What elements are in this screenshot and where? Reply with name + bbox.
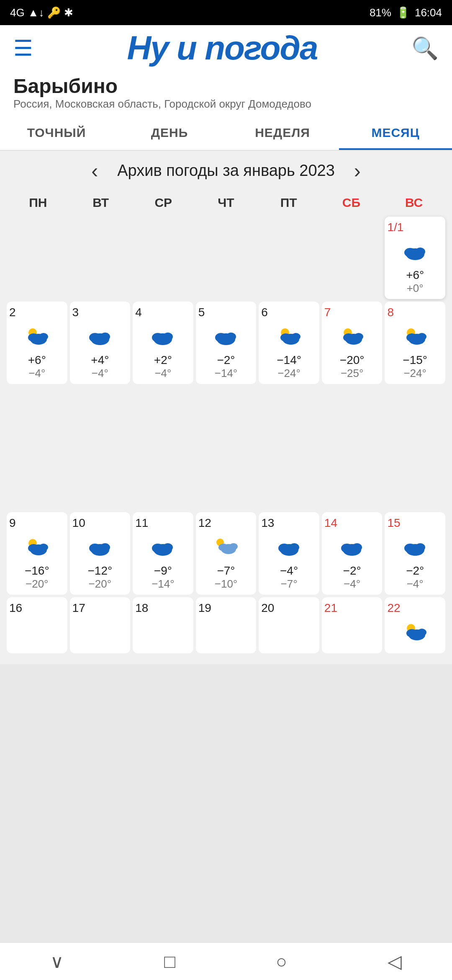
day-headers: ПН ВТ СР ЧТ ПТ СБ ВС xyxy=(7,192,445,213)
day-11[interactable]: 11 −9° −14° xyxy=(133,512,193,595)
bottom-nav: ∨ □ ○ ◁ xyxy=(0,942,452,980)
day-number: 4 xyxy=(135,306,142,319)
day-header-wed: СР xyxy=(132,192,195,213)
weather-icon-cloud xyxy=(87,535,113,561)
temp-low: −20° xyxy=(26,578,49,591)
temp-low: −24° xyxy=(277,367,300,380)
temp-high: −2° xyxy=(343,564,361,578)
clock: 16:04 xyxy=(415,6,442,19)
tab-bar: ТОЧНЫЙ ДЕНЬ НЕДЕЛЯ МЕСЯЦ xyxy=(0,117,452,151)
empty-cell xyxy=(322,217,383,299)
day-1[interactable]: 1/1 +6° +0° xyxy=(385,217,445,299)
day-16[interactable]: 16 xyxy=(7,597,67,653)
svg-point-14 xyxy=(215,333,227,342)
temp-low: −14° xyxy=(215,367,238,380)
day-4[interactable]: 4 +2° −4° xyxy=(133,302,193,384)
svg-point-26 xyxy=(406,333,417,342)
day-header-sun: ВС xyxy=(383,192,445,213)
empty-cell xyxy=(7,217,67,299)
tab-day[interactable]: ДЕНЬ xyxy=(113,117,226,150)
svg-point-31 xyxy=(39,544,48,551)
svg-point-54 xyxy=(417,629,426,636)
month-nav: ‹ Архив погоды за январь 2023 › xyxy=(7,159,445,182)
day-7[interactable]: 7 −20° −25° xyxy=(322,302,383,384)
bluetooth-icon: ✱ xyxy=(64,6,73,19)
tab-exact[interactable]: ТОЧНЫЙ xyxy=(0,117,113,150)
day-18[interactable]: 18 xyxy=(133,597,193,653)
nav-recents-button[interactable]: □ xyxy=(164,951,175,972)
nav-home-button[interactable]: ○ xyxy=(276,951,287,972)
svg-point-11 xyxy=(152,333,164,342)
svg-point-50 xyxy=(415,543,425,552)
svg-point-6 xyxy=(39,333,48,340)
day-number: 12 xyxy=(198,516,211,530)
day-number: 11 xyxy=(135,516,148,530)
hamburger-menu-icon[interactable]: ☰ xyxy=(13,36,33,61)
day-22[interactable]: 22 xyxy=(385,597,445,653)
svg-point-53 xyxy=(406,629,417,637)
empty-cell xyxy=(133,217,193,299)
temp-high: +4° xyxy=(91,353,109,367)
tab-month[interactable]: МЕСЯЦ xyxy=(339,117,452,150)
svg-point-19 xyxy=(291,333,300,340)
day-15[interactable]: 15 −2° −4° xyxy=(385,512,445,595)
svg-point-40 xyxy=(218,544,229,551)
day-8[interactable]: 8 −15° −24° xyxy=(385,302,445,384)
day-6[interactable]: 6 −14° −24° xyxy=(259,302,319,384)
day-20[interactable]: 20 xyxy=(259,597,319,653)
day-17[interactable]: 17 xyxy=(70,597,131,653)
day-header-sat: СБ xyxy=(320,192,383,213)
svg-point-22 xyxy=(343,333,354,342)
day-number: 6 xyxy=(261,306,268,319)
day-number: 16 xyxy=(9,601,22,615)
week-row-2: 2 +6° −4° 3 +4° xyxy=(7,302,445,384)
nav-back-button[interactable]: ◁ xyxy=(388,951,402,972)
prev-month-button[interactable]: ‹ xyxy=(82,159,107,182)
month-title: Архив погоды за январь 2023 xyxy=(117,162,335,180)
empty-cell xyxy=(196,217,257,299)
nav-down-button[interactable]: ∨ xyxy=(50,951,64,972)
day-number: 9 xyxy=(9,516,16,530)
battery-icon: 🔋 xyxy=(396,6,410,19)
svg-point-30 xyxy=(28,544,39,552)
svg-point-12 xyxy=(163,333,173,341)
status-right: 81% 🔋 16:04 xyxy=(370,6,442,19)
search-icon[interactable]: 🔍 xyxy=(411,36,439,61)
weather-icon-sun-cloud xyxy=(402,620,429,646)
status-left: 4G ▲↓ 🔑 ✱ xyxy=(10,6,73,19)
location-detail: Россия, Московская область, Городской ок… xyxy=(13,98,439,111)
day-13[interactable]: 13 −4° −7° xyxy=(259,512,319,595)
temp-high: −12° xyxy=(88,564,113,578)
day-number: 22 xyxy=(387,601,400,615)
temp-low: −14° xyxy=(152,578,175,591)
svg-point-2 xyxy=(415,248,425,256)
tab-week[interactable]: НЕДЕЛЯ xyxy=(226,117,339,150)
day-number: 5 xyxy=(198,306,205,319)
svg-point-34 xyxy=(100,543,110,552)
key-icon: 🔑 xyxy=(47,6,61,19)
day-10[interactable]: 10 −12° −20° xyxy=(70,512,131,595)
ad-spacer xyxy=(7,387,445,512)
weather-icon-sun-cloud xyxy=(23,324,50,350)
temp-high: +6° xyxy=(28,353,46,367)
day-3[interactable]: 3 +4° −4° xyxy=(70,302,131,384)
svg-point-47 xyxy=(352,543,362,552)
day-14[interactable]: 14 −2° −4° xyxy=(322,512,383,595)
day-header-mon: ПН xyxy=(7,192,69,213)
temp-high: −7° xyxy=(217,564,235,578)
svg-point-37 xyxy=(163,543,173,552)
signal-icon: 4G xyxy=(10,6,25,19)
day-5[interactable]: 5 −2° −14° xyxy=(196,302,257,384)
week-row-1: 1/1 +6° +0° xyxy=(7,217,445,299)
day-19[interactable]: 19 xyxy=(196,597,257,653)
day-2[interactable]: 2 +6° −4° xyxy=(7,302,67,384)
day-header-thu: ЧТ xyxy=(195,192,257,213)
day-9[interactable]: 9 −16° −20° xyxy=(7,512,67,595)
temp-low: −4° xyxy=(154,367,171,380)
temp-low: +0° xyxy=(407,282,424,295)
next-month-button[interactable]: › xyxy=(345,159,370,182)
day-21[interactable]: 21 xyxy=(322,597,383,653)
day-12[interactable]: 12 −7° −10° xyxy=(196,512,257,595)
svg-point-33 xyxy=(89,544,101,553)
day-number: 14 xyxy=(324,516,337,530)
